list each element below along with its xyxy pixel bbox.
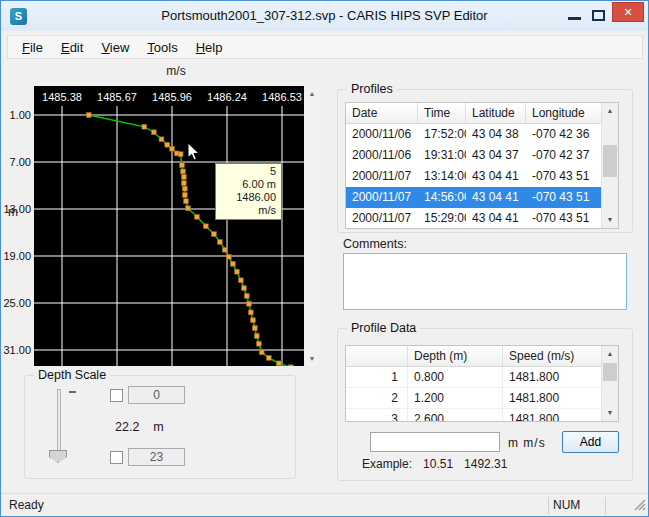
current-depth-unit: m <box>153 420 163 434</box>
close-icon: ✕ <box>623 6 632 18</box>
app-icon[interactable]: S <box>10 8 27 25</box>
profile-data-label: Profile Data <box>347 321 420 336</box>
example-depth: 10.51 <box>423 457 453 471</box>
chart-y-tick: 1.00 <box>3 109 31 121</box>
chart-y-tick: 25.00 <box>3 297 31 309</box>
profile-data-table: Depth (m) Speed (m/s) 10.8001481.800 21.… <box>345 345 619 422</box>
entry-unit-label: m m/s <box>508 436 546 450</box>
pd-col-depth: Depth (m) <box>408 346 503 366</box>
pd-col-speed: Speed (m/s) <box>503 346 603 366</box>
comments-textarea[interactable] <box>343 253 627 310</box>
profile-data-row[interactable]: 32.6001481.800 <box>346 409 618 422</box>
status-divider <box>548 497 549 514</box>
profile-data-row[interactable]: 10.8001481.800 <box>346 367 618 388</box>
maximize-icon <box>592 10 605 21</box>
add-button[interactable]: Add <box>562 431 619 453</box>
status-bar: Ready NUM <box>1 493 648 516</box>
minimize-button[interactable] <box>564 5 586 27</box>
profiles-col-longitude: Longitude <box>526 103 603 123</box>
window-title: Portsmouth2001_307-312.svp - CARIS HIPS … <box>161 1 487 31</box>
depth-scale-group: Depth Scale 0 22.2 m 23 <box>24 375 296 479</box>
status-divider <box>605 497 606 514</box>
pd-scroll-up-icon[interactable]: ▲ <box>602 346 618 362</box>
close-button[interactable]: ✕ <box>612 2 644 22</box>
depth-slider-track[interactable] <box>57 389 61 455</box>
tooltip-point-index: 5 <box>218 165 276 178</box>
profile-row[interactable]: 2000/11/0713:14:0043 04 41-070 43 51 <box>346 166 618 187</box>
svp-plot-canvas <box>34 86 304 366</box>
example-label: Example: <box>362 457 412 471</box>
profile-row[interactable]: 2000/11/0617:52:0043 04 38-070 42 36 <box>346 124 618 145</box>
example-speed: 1492.31 <box>464 457 507 471</box>
min-depth-checkbox[interactable] <box>110 389 123 402</box>
svp-plot[interactable]: 1485.38 1485.67 1485.96 1486.24 1486.53 <box>34 86 304 366</box>
current-depth-value: 22.2 <box>115 420 139 434</box>
menu-item-view[interactable]: View <box>92 38 138 57</box>
depth-slider-thumb[interactable] <box>49 450 67 463</box>
profiles-col-time: Time <box>418 103 466 123</box>
chart-y-tick: 19.00 <box>3 250 31 262</box>
depth-slider-tick <box>69 391 76 393</box>
tooltip-speed: 1486.00 m/s <box>218 191 276 217</box>
profiles-scrollbar[interactable]: ▲ ▼ <box>601 103 618 228</box>
mouse-cursor-icon <box>187 142 201 166</box>
profile-data-scrollbar[interactable]: ▲ ▼ <box>601 346 618 421</box>
profiles-scroll-up-icon[interactable]: ▲ <box>602 103 618 119</box>
profiles-col-latitude: Latitude <box>466 103 526 123</box>
max-depth-field: 23 <box>128 448 185 466</box>
chart-y-tick: 13.00 <box>3 203 31 215</box>
profiles-table-header: Date Time Latitude Longitude <box>346 103 618 124</box>
profiles-scroll-down-icon[interactable]: ▼ <box>602 212 618 228</box>
menu-bar: File Edit View Tools Help <box>7 35 643 59</box>
chart-scroll-down-icon[interactable]: ▼ <box>305 351 319 366</box>
plot-point-tooltip: 5 6.00 m 1486.00 m/s <box>215 163 282 220</box>
max-depth-checkbox[interactable] <box>110 451 123 464</box>
minimize-icon <box>568 17 581 20</box>
profiles-group: Profiles Date Time Latitude Longitude 20… <box>337 89 633 233</box>
profile-data-row[interactable]: 21.2001481.800 <box>346 388 618 409</box>
chart-y-tick: 7.00 <box>3 156 31 168</box>
profiles-table: Date Time Latitude Longitude 2000/11/061… <box>345 102 619 229</box>
resize-grip[interactable] <box>633 498 646 514</box>
pd-scroll-down-icon[interactable]: ▼ <box>602 405 618 421</box>
maximize-button[interactable] <box>588 5 610 27</box>
comments-label: Comments: <box>343 237 407 251</box>
chart-y-tick: 31.00 <box>3 344 31 356</box>
profile-row-selected[interactable]: 2000/11/0714:56:0043 04 41-070 43 51 <box>346 187 618 208</box>
status-ready-text: Ready <box>9 498 44 512</box>
chart-x-tick: 1486.24 <box>204 91 250 103</box>
menu-item-tools[interactable]: Tools <box>138 38 186 57</box>
data-entry-input[interactable] <box>370 432 500 452</box>
chart-x-tick: 1486.53 <box>259 91 304 103</box>
profile-data-group: Profile Data Depth (m) Speed (m/s) 10.80… <box>337 328 633 481</box>
profile-row[interactable]: 2000/11/0619:31:0043 04 37-070 42 37 <box>346 145 618 166</box>
profile-data-header: Depth (m) Speed (m/s) <box>346 346 618 367</box>
profiles-col-date: Date <box>346 103 418 123</box>
profile-row[interactable]: 2000/11/0715:29:0043 04 41-070 43 51 <box>346 208 618 229</box>
chart-x-tick: 1485.67 <box>94 91 140 103</box>
chart-x-axis-unit: m/s <box>156 64 196 78</box>
app-window: S Portsmouth2001_307-312.svp - CARIS HIP… <box>0 0 649 517</box>
profiles-label: Profiles <box>347 82 397 97</box>
status-num-indicator: NUM <box>553 498 603 512</box>
pd-col-rownum <box>346 346 408 366</box>
entry-example: Example: 10.51 1492.31 <box>362 457 507 471</box>
tooltip-depth: 6.00 m <box>218 178 276 191</box>
menu-item-file[interactable]: File <box>13 38 52 57</box>
min-depth-field: 0 <box>128 386 185 404</box>
chart-x-tick: 1485.38 <box>39 91 85 103</box>
menu-item-edit[interactable]: Edit <box>52 38 92 57</box>
chart-x-tick: 1485.96 <box>149 91 195 103</box>
profiles-scroll-thumb[interactable] <box>603 145 617 177</box>
menu-item-help[interactable]: Help <box>187 38 232 57</box>
title-bar[interactable]: S Portsmouth2001_307-312.svp - CARIS HIP… <box>1 1 648 31</box>
pd-scroll-thumb[interactable] <box>603 363 617 381</box>
depth-scale-label: Depth Scale <box>34 368 110 383</box>
chart-scrollbar[interactable]: ▲ ▼ <box>305 86 319 366</box>
current-depth-readout: 22.2 m <box>115 420 164 434</box>
chart-scroll-up-icon[interactable]: ▲ <box>305 86 319 101</box>
